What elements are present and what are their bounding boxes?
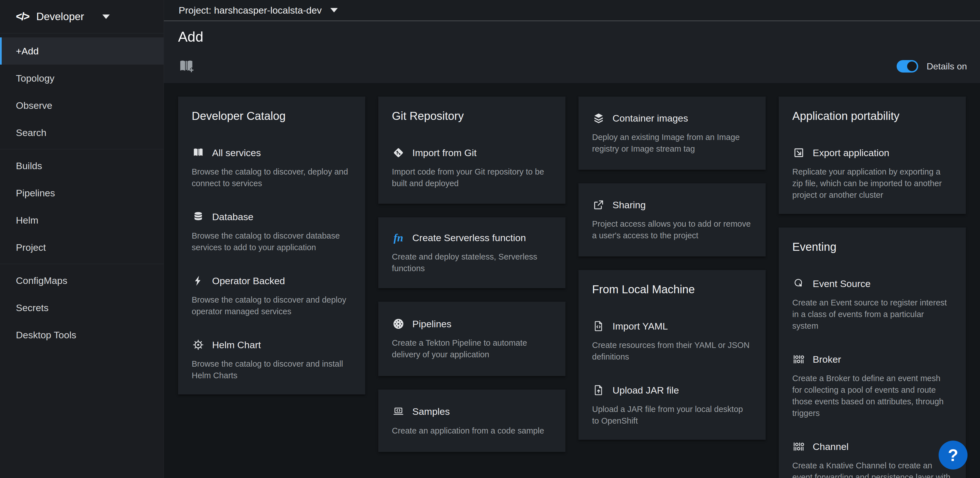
channel-icon <box>792 440 805 453</box>
share-icon <box>592 199 605 211</box>
git-icon <box>392 146 405 159</box>
card-item-samples[interactable]: Samples Create an application from a cod… <box>392 405 552 437</box>
app-root: </> Developer +Add Topology Observe Sear… <box>0 0 980 478</box>
developer-logo-icon: </> <box>16 11 29 23</box>
sidebar-item-desktop-tools[interactable]: Desktop Tools <box>0 321 164 348</box>
item-description: Replicate your application by exporting … <box>792 166 952 201</box>
project-bar: Project: harshcasper-localsta-dev <box>164 0 980 21</box>
details-toggle-label: Details on <box>927 61 967 72</box>
main-area: Project: harshcasper-localsta-dev Add <box>164 0 980 478</box>
card-item-container-images[interactable]: Container images Deploy an existing Imag… <box>592 112 752 155</box>
sidebar-item-search[interactable]: Search <box>0 119 164 146</box>
sidebar-item-topology[interactable]: Topology <box>0 65 164 92</box>
card-developer-catalog: Developer Catalog All services Brow <box>178 97 365 394</box>
perspective-switcher[interactable]: </> Developer <box>0 0 164 33</box>
cards-column-3: Container images Deploy an existing Imag… <box>579 97 765 440</box>
sidebar-item-observe[interactable]: Observe <box>0 92 164 119</box>
item-description: Browse the catalog to discover, deploy a… <box>192 166 352 189</box>
card-item-all-services[interactable]: All services Browse the catalog to disco… <box>192 146 352 189</box>
event-source-icon <box>792 277 805 290</box>
card-item-sharing[interactable]: Sharing Project access allows you to add… <box>592 199 752 241</box>
item-label: Import from Git <box>412 147 477 159</box>
card-git-repository: Git Repository Import <box>378 97 565 204</box>
card-item-operator-backed[interactable]: Operator Backed Browse the catalog to di… <box>192 274 352 318</box>
sidebar-item-project[interactable]: Project <box>0 234 164 261</box>
card-item-create-serverless-function[interactable]: fn Create Serverless function Create and… <box>392 231 552 274</box>
item-label: Container images <box>612 113 688 124</box>
item-description: Create an application from a code sample <box>392 425 552 437</box>
sidebar-nav: +Add Topology Observe Search Builds Pipe… <box>0 33 164 348</box>
card-title: Developer Catalog <box>192 110 352 122</box>
card-eventing: Eventing Event Source <box>779 227 966 478</box>
item-description: Create an Event source to register inter… <box>792 297 952 332</box>
sidebar-item-helm[interactable]: Helm <box>0 206 164 234</box>
card-container-images: Container images Deploy an existing Imag… <box>579 97 765 170</box>
card-item-pipelines[interactable]: Pipelines Create a Tekton Pipeline to au… <box>392 318 552 360</box>
item-description: Browse the catalog to discover and insta… <box>192 358 352 381</box>
samples-laptop-icon <box>392 405 405 418</box>
details-toggle[interactable] <box>897 60 918 73</box>
project-selector-label: Project: harshcasper-localsta-dev <box>179 5 322 16</box>
broker-icon <box>792 353 805 366</box>
item-label: Sharing <box>612 200 646 211</box>
item-description: Create a Tekton Pipeline to automate del… <box>392 337 552 360</box>
sidebar-item-add[interactable]: +Add <box>0 37 164 65</box>
chevron-down-icon <box>330 8 338 13</box>
card-application-portability: Application portability Export applicati… <box>779 97 966 214</box>
helm-icon <box>192 338 205 351</box>
file-code-icon <box>592 319 605 333</box>
card-item-upload-jar-file[interactable]: Upload JAR file Upload a JAR file from y… <box>592 384 752 427</box>
card-title: From Local Machine <box>592 283 752 296</box>
card-item-database[interactable]: Database Browse the catalog to discover … <box>192 210 352 253</box>
export-icon <box>792 146 805 159</box>
serverless-fn-icon: fn <box>392 231 405 244</box>
help-button[interactable]: ? <box>939 441 967 470</box>
item-label: Import YAML <box>612 321 668 332</box>
item-label: Create Serverless function <box>412 232 526 243</box>
toggle-knob <box>907 62 917 71</box>
card-samples: Samples Create an application from a cod… <box>378 390 565 452</box>
add-cards-grid: Developer Catalog All services Brow <box>164 83 980 478</box>
card-title: Application portability <box>792 110 952 122</box>
item-label: Pipelines <box>412 319 452 330</box>
cards-column-2: Git Repository Import <box>378 97 565 452</box>
tekton-pipelines-icon <box>392 318 405 330</box>
card-item-import-from-git[interactable]: Import from Git Import code from your Gi… <box>392 146 552 189</box>
page-header: Add Details on <box>164 21 980 83</box>
card-item-export-application[interactable]: Export application Replicate your applic… <box>792 146 952 201</box>
sidebar: </> Developer +Add Topology Observe Sear… <box>0 0 164 478</box>
sidebar-item-builds[interactable]: Builds <box>0 152 164 179</box>
card-item-import-yaml[interactable]: Import YAML Create resources from their … <box>592 319 752 363</box>
card-title: Eventing <box>792 241 952 253</box>
item-description: Create a Knative Channel to create an ev… <box>792 460 952 478</box>
item-description: Deploy an existing Image from an Image r… <box>592 132 752 155</box>
item-description: Upload a JAR file from your local deskto… <box>592 403 752 427</box>
sidebar-item-secrets[interactable]: Secrets <box>0 294 164 321</box>
sidebar-item-configmaps[interactable]: ConfigMaps <box>0 267 164 294</box>
card-item-channel[interactable]: Channel Create a Knative Channel to crea… <box>792 440 952 478</box>
item-label: Event Source <box>813 278 870 289</box>
project-selector[interactable]: Project: harshcasper-localsta-dev <box>179 5 338 16</box>
file-upload-icon <box>592 384 605 397</box>
card-item-event-source[interactable]: Event Source Create an Event source to r… <box>792 277 952 332</box>
card-item-broker[interactable]: Broker Create a Broker to define an even… <box>792 353 952 419</box>
item-description: Create a Broker to define an event mesh … <box>792 373 952 419</box>
item-label: Upload JAR file <box>612 385 679 396</box>
card-item-helm-chart[interactable]: Helm Chart Browse the catalog to discove… <box>192 338 352 381</box>
bolt-icon <box>192 274 205 287</box>
sidebar-item-pipelines[interactable]: Pipelines <box>0 179 164 206</box>
card-pipelines: Pipelines Create a Tekton Pipeline to au… <box>378 302 565 376</box>
item-label: Export application <box>813 147 889 159</box>
card-title: Git Repository <box>392 110 552 122</box>
item-description: Create resources from their YAML or JSON… <box>592 340 752 363</box>
card-sharing: Sharing Project access allows you to add… <box>579 183 765 256</box>
catalog-book-plus-icon <box>178 58 194 75</box>
item-label: Channel <box>813 441 849 452</box>
cards-column-4: Application portability Export applicati… <box>779 97 966 478</box>
book-icon <box>192 146 205 159</box>
page-title: Add <box>178 29 967 45</box>
chevron-down-icon <box>102 14 110 19</box>
details-toggle-group: Details on <box>897 60 967 73</box>
item-description: Import code from your Git repository to … <box>392 166 552 189</box>
item-description: Project access allows you to add or remo… <box>592 218 752 241</box>
